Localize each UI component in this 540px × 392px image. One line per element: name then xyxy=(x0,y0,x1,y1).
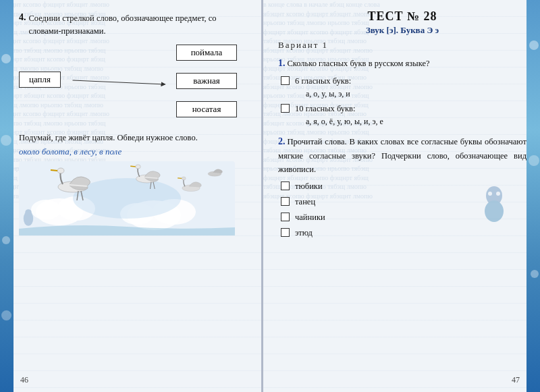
svg-point-10 xyxy=(57,168,64,173)
question1-option2[interactable]: 10 гласных букв: а, я, о, ё, у, ю, ы, и,… xyxy=(281,103,526,128)
svg-point-15 xyxy=(136,165,141,169)
left-page-number: 46 xyxy=(20,375,28,385)
checkbox-q2-4[interactable] xyxy=(281,228,290,237)
checkbox-q2-2[interactable] xyxy=(281,197,290,206)
illustration-area xyxy=(19,161,250,238)
connector-lines xyxy=(19,42,250,126)
test-title: ТЕСТ № 28 xyxy=(278,9,526,24)
test-subtitle: Звук [э]. Буква Э э xyxy=(278,25,526,36)
deco-character xyxy=(481,186,508,225)
svg-line-11 xyxy=(51,170,57,171)
checkbox-q2-1[interactable] xyxy=(281,181,290,190)
svg-point-28 xyxy=(496,192,500,196)
svg-point-27 xyxy=(488,192,492,196)
think-prompt: Подумай, где живёт цапля. Обведи нужное … xyxy=(19,132,250,144)
birds-illustration xyxy=(19,161,235,235)
svg-point-24 xyxy=(25,209,32,216)
question1-num: 1. xyxy=(278,58,286,68)
question1-option1[interactable]: 6 гласных букв: а, о, у, ы, э, и xyxy=(281,75,526,100)
question2-option4[interactable]: этюд xyxy=(281,227,526,240)
question1-text: 1.Сколько гласных букв в русском языке? xyxy=(278,56,526,71)
svg-line-0 xyxy=(73,80,165,84)
handwritten-answer: около болота, в лесу, в поле xyxy=(19,146,250,157)
checkbox-1[interactable] xyxy=(281,76,290,85)
svg-line-21 xyxy=(178,178,182,179)
question2-text: 2.Прочитай слова. В каких словах все сог… xyxy=(278,134,526,176)
task4-number: 4. xyxy=(19,12,26,23)
task4-text: Соедини стрелкой слово, обозначающее пре… xyxy=(29,12,251,38)
task4-header: 4. Соедини стрелкой слово, обозначающее … xyxy=(19,12,250,38)
word-matching-area: цапля поймала важная носатая xyxy=(19,42,250,126)
svg-line-16 xyxy=(130,167,136,167)
variant-label: Вариант 1 xyxy=(278,40,526,51)
svg-point-26 xyxy=(485,200,504,222)
svg-point-20 xyxy=(182,177,186,180)
checkbox-q2-3[interactable] xyxy=(281,213,290,221)
question2-num: 2. xyxy=(278,136,286,146)
right-page-number: 47 xyxy=(512,375,520,385)
checkbox-2[interactable] xyxy=(281,104,290,113)
question1-block: 1.Сколько гласных букв в русском языке? … xyxy=(278,56,526,128)
svg-point-4 xyxy=(31,200,61,220)
